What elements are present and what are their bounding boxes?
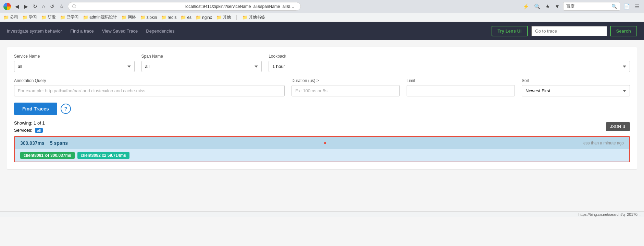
- browser-right-controls: ⚡ 🔍 ★ ▼ 百度 🔍 📄 ☰: [521, 2, 641, 11]
- duration-group: Duration (µs) >=: [292, 78, 400, 96]
- chrome-logo: [3, 3, 11, 10]
- search-panel: Service Name all Span Name all Lookback …: [7, 47, 637, 169]
- tag-client8081: client8081 x4 300.037ms: [20, 152, 75, 159]
- folder-icon: 📁: [196, 15, 201, 20]
- bookmark-other[interactable]: 📁 其他: [216, 14, 231, 20]
- lookback-label: Lookback: [269, 54, 630, 59]
- folder-icon: 📁: [60, 15, 65, 20]
- folder-icon: 📁: [41, 15, 47, 20]
- home-button[interactable]: ⌂: [41, 3, 47, 10]
- baidu-search-bar[interactable]: 百度 🔍: [563, 2, 620, 11]
- annotation-query-label: Annotation Query: [14, 78, 285, 83]
- folder-icon: 📁: [181, 15, 186, 20]
- sort-group: Sort Newest First Oldest First: [522, 78, 630, 96]
- find-traces-button[interactable]: Find Traces: [14, 103, 57, 115]
- bookmark-button[interactable]: ☆: [58, 3, 65, 10]
- try-lens-button[interactable]: Try Lens UI: [492, 26, 528, 36]
- baidu-search-icon: 🔍: [611, 4, 617, 9]
- bookmark-xuexi[interactable]: 📁 学习: [22, 14, 37, 20]
- lightning-button[interactable]: ⚡: [521, 3, 531, 10]
- pdf-button[interactable]: 📄: [622, 3, 631, 10]
- limit-group: Limit 10: [407, 78, 515, 96]
- trace-time: less than a minute ago: [582, 141, 624, 145]
- app-nav: Investigate system behavior Find a trace…: [0, 22, 644, 40]
- search-button[interactable]: Search: [610, 26, 637, 36]
- forward-button[interactable]: ▶: [23, 3, 29, 10]
- bookmark-es[interactable]: 📁 es: [181, 15, 191, 20]
- folder-icon: 📁: [22, 15, 28, 20]
- download-icon: ⬇: [622, 124, 626, 129]
- back-button[interactable]: ◀: [14, 3, 21, 10]
- folder-icon: 📁: [242, 15, 248, 20]
- services-label: Services:: [14, 128, 32, 133]
- folder-icon: 📁: [140, 15, 146, 20]
- trace-header[interactable]: 300.037ms 5 spans less than a minute ago: [15, 137, 629, 149]
- span-name-select[interactable]: all: [141, 61, 262, 72]
- service-name-select[interactable]: all: [14, 61, 135, 72]
- trace-result[interactable]: 300.037ms 5 spans less than a minute ago…: [14, 136, 630, 162]
- tag-client8082: client8082 x2 59.714ms: [77, 152, 129, 159]
- nav-investigate[interactable]: Investigate system behavior: [7, 27, 62, 35]
- span-name-group: Span Name all: [141, 54, 262, 72]
- bookmark-yixuexi[interactable]: 📁 已学习: [60, 14, 79, 20]
- span-name-label: Span Name: [141, 54, 262, 59]
- lookback-select[interactable]: 1 hour 2 hours 6 hours 12 hours 1 day 2 …: [269, 61, 630, 72]
- bookmarks-divider: [236, 15, 237, 20]
- secure-icon: ⓘ: [72, 4, 183, 9]
- results-info: Showing: 1 of 1 Services: all: [14, 120, 45, 133]
- address-bar[interactable]: ⓘ localhost:9411/zipkin/?serviceName=all…: [68, 2, 301, 11]
- annotation-query-group: Annotation Query: [14, 78, 285, 96]
- service-name-group: Service Name all: [14, 54, 135, 72]
- trace-bar-dot: [324, 142, 326, 144]
- lookback-group: Lookback 1 hour 2 hours 6 hours 12 hours…: [269, 54, 630, 72]
- history-button[interactable]: ↺: [49, 3, 56, 10]
- bookmark-other-books[interactable]: 📁 其他书签: [242, 14, 265, 20]
- services-badge: all: [35, 128, 43, 133]
- help-button[interactable]: ?: [61, 104, 71, 114]
- annotation-query-input[interactable]: [14, 85, 285, 96]
- browser-search-button[interactable]: 🔍: [533, 3, 542, 10]
- trace-bar-area: [73, 141, 577, 145]
- services-row: Services: all: [14, 128, 45, 133]
- bookmark-zipkin[interactable]: 📁 zipkin: [140, 15, 157, 20]
- form-row-2: Annotation Query Duration (µs) >= Limit …: [14, 78, 630, 96]
- bookmarks-bar: 📁 公司 📁 学习 📁 研发 📁 已学习 📁 admin源码设计 📁 网络 📁 …: [0, 13, 644, 22]
- nav-find-trace[interactable]: Find a trace: [70, 27, 94, 35]
- dropdown-button[interactable]: ▼: [553, 3, 561, 10]
- btn-row: Find Traces ?: [14, 103, 630, 115]
- bookmark-redis[interactable]: 📁 redis: [161, 15, 176, 20]
- bookmark-yanfa[interactable]: 📁 研发: [41, 14, 56, 20]
- nav-right: Try Lens UI Search: [492, 26, 637, 36]
- status-url: https://bing.cn.net/search?q=20170...: [579, 212, 641, 216]
- form-row-1: Service Name all Span Name all Lookback …: [14, 54, 630, 72]
- service-name-label: Service Name: [14, 54, 135, 59]
- sort-select[interactable]: Newest First Oldest First: [522, 85, 630, 96]
- folder-icon: 📁: [121, 15, 127, 20]
- showing-row: Showing: 1 of 1: [14, 120, 45, 126]
- showing-text: Showing: 1 of 1: [14, 120, 45, 126]
- bookmark-wangluo[interactable]: 📁 网络: [121, 14, 136, 20]
- baidu-logo: 百度: [566, 3, 574, 9]
- browser-star-button[interactable]: ★: [544, 3, 551, 10]
- duration-input[interactable]: [292, 85, 400, 96]
- duration-label: Duration (µs) >=: [292, 78, 400, 83]
- bookmark-nginx[interactable]: 📁 nginx: [196, 15, 212, 20]
- browser-nav-controls: ◀ ▶ ↻ ⌂ ↺ ☆: [14, 3, 65, 10]
- limit-input[interactable]: 10: [407, 85, 515, 96]
- sort-label: Sort: [522, 78, 630, 83]
- trace-tags: client8081 x4 300.037ms client8082 x2 59…: [15, 149, 629, 162]
- nav-dependencies[interactable]: Dependencies: [146, 27, 174, 35]
- baidu-input[interactable]: [576, 4, 610, 9]
- trace-spans: 5 spans: [50, 140, 68, 146]
- nav-view-saved[interactable]: View Saved Trace: [102, 27, 138, 35]
- json-download-button[interactable]: JSON ⬇: [606, 122, 630, 131]
- bookmark-gongsi[interactable]: 📁 公司: [3, 14, 18, 20]
- status-bar: https://bing.cn.net/search?q=20170...: [0, 211, 644, 217]
- url-text: localhost:9411/zipkin/?serviceName=all&s…: [185, 4, 296, 9]
- folder-icon: 📁: [83, 15, 88, 20]
- go-to-trace-input[interactable]: [531, 26, 607, 36]
- bookmark-admin[interactable]: 📁 admin源码设计: [83, 14, 117, 20]
- menu-button[interactable]: ☰: [633, 3, 641, 10]
- refresh-button[interactable]: ↻: [32, 3, 39, 10]
- folder-icon: 📁: [216, 15, 222, 20]
